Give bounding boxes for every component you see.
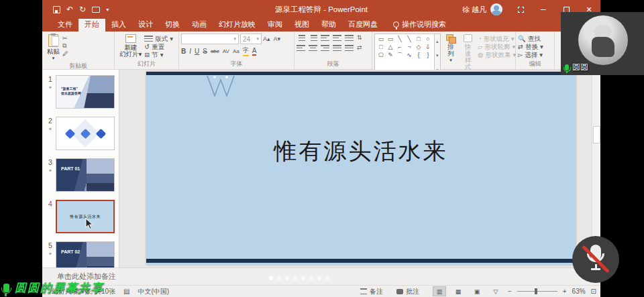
layout-button[interactable]: 版式▾ xyxy=(144,35,173,42)
tab-animations[interactable]: 动画 xyxy=(186,18,213,32)
align-right-icon[interactable] xyxy=(321,44,329,52)
change-case-icon[interactable]: Aa xyxy=(233,48,239,54)
paste-button[interactable]: 粘贴▾ xyxy=(44,34,62,62)
tab-transitions[interactable]: 切换 xyxy=(159,18,186,32)
section-button[interactable]: ⊟节▾ xyxy=(144,51,173,58)
spellcheck-icon[interactable]: ▤ xyxy=(123,288,129,295)
shrink-font-icon[interactable]: A▾ xyxy=(274,36,281,42)
slide-thumbnail-2[interactable] xyxy=(56,117,115,150)
zoom-percentage[interactable]: 63% xyxy=(572,288,586,295)
align-left-icon[interactable] xyxy=(297,44,305,52)
tab-insert[interactable]: 插入 xyxy=(105,18,132,32)
normal-view-button[interactable]: ▥ xyxy=(433,286,446,296)
underline-button[interactable]: U xyxy=(195,48,199,55)
ribbon-display-options-button[interactable] xyxy=(509,0,532,19)
slide-thumbnail-1[interactable]: “源泉工程” 饮水思源答辩 xyxy=(56,75,115,109)
tab-slideshow[interactable]: 幻灯片放映 xyxy=(213,18,262,32)
slideshow-view-button[interactable]: ▽ xyxy=(489,286,502,296)
text-direction-icon[interactable]: ⇅ xyxy=(357,34,362,42)
qat-customize-icon[interactable]: ▾ xyxy=(106,7,109,13)
bold-button[interactable]: B xyxy=(181,48,186,55)
pagination-dot xyxy=(301,276,305,280)
start-slideshow-icon[interactable] xyxy=(92,7,100,13)
columns-icon[interactable] xyxy=(345,44,354,52)
font-size-combo[interactable]: 24▾ xyxy=(240,34,262,44)
line-spacing-icon[interactable] xyxy=(345,34,354,42)
find-button[interactable]: 🔍查找 xyxy=(518,35,543,42)
zoom-slider-knob[interactable] xyxy=(535,288,537,294)
notes-icon xyxy=(360,288,367,295)
pagination-dot xyxy=(317,276,321,280)
grow-font-icon[interactable]: A▴ xyxy=(263,36,270,42)
font-color-icon[interactable]: A xyxy=(252,47,257,56)
slide-thumbnail-3[interactable]: PART 01 xyxy=(56,158,115,192)
numbering-icon[interactable] xyxy=(309,34,317,42)
tab-review[interactable]: 审阅 xyxy=(262,18,288,32)
shape-fill-button[interactable]: ◔形状填充▾ xyxy=(478,35,516,42)
minimize-button[interactable]: ─ xyxy=(532,0,555,19)
shape-outline-button[interactable]: ▱形状轮廓▾ xyxy=(478,43,516,50)
strikethrough-button[interactable]: S xyxy=(203,48,207,55)
format-painter-icon[interactable]: 🖉 xyxy=(62,50,68,57)
tab-design[interactable]: 设计 xyxy=(132,18,159,32)
justify-icon[interactable] xyxy=(333,44,341,52)
shape-effects-button[interactable]: ◍形状效果▾ xyxy=(478,51,516,58)
drawing-group: ▭▭╲╲□○ □△⌐¬◇⇩ ⬠✎⌒∿{} ▴▾≡ 排列▾ 快速样式▾ ◔形状填充… xyxy=(372,32,516,69)
save-icon[interactable] xyxy=(53,6,60,13)
thumbnail-row-1: 1✶ “源泉工程” 饮水思源答辩 xyxy=(45,75,119,109)
mute-microphone-button[interactable] xyxy=(572,236,619,283)
slide-title-text[interactable]: 惟有源头活水来 xyxy=(146,136,576,167)
clipboard-group-label: 剪贴板 xyxy=(42,62,114,69)
select-button[interactable]: ▻选择▾ xyxy=(518,51,543,58)
layout-icon xyxy=(144,35,153,42)
clear-formatting-icon[interactable]: abc xyxy=(211,48,219,54)
italic-button[interactable]: I xyxy=(189,48,191,55)
slide-editing-area[interactable]: 惟有源头活水来 ▲▼ xyxy=(119,70,600,268)
undo-icon[interactable]: ↶ xyxy=(66,5,73,14)
tab-file[interactable]: 文件 xyxy=(52,18,78,32)
slide-thumbnail-panel[interactable]: 1✶ “源泉工程” 饮水思源答辩 2✶ 3✶ xyxy=(42,70,119,268)
tab-view[interactable]: 视图 xyxy=(288,18,315,32)
zoom-in-button[interactable]: + xyxy=(563,288,567,295)
animation-indicator-icon: ✶ xyxy=(45,250,56,258)
zoom-slider[interactable] xyxy=(517,291,557,292)
current-slide-canvas[interactable]: 惟有源头活水来 xyxy=(146,72,576,265)
decrease-indent-icon[interactable] xyxy=(321,34,329,42)
language-indicator[interactable]: 中文(中国) xyxy=(138,287,169,296)
character-spacing-icon[interactable]: AV xyxy=(223,48,229,54)
cut-icon[interactable]: ✂ xyxy=(62,35,68,42)
fit-to-window-icon[interactable]: ⊡ xyxy=(591,288,596,295)
new-slide-icon xyxy=(125,34,136,43)
account-button[interactable]: 徐 越凡 xyxy=(455,3,509,15)
increase-indent-icon[interactable] xyxy=(333,34,341,42)
tab-help[interactable]: 帮助 xyxy=(315,18,342,32)
zoom-out-button[interactable]: − xyxy=(508,288,512,295)
thumb1-title-line1: “源泉工程” xyxy=(61,86,78,91)
webcam-overlay[interactable]: 圆圆 xyxy=(561,12,644,75)
bullets-icon[interactable] xyxy=(297,34,305,42)
replace-button[interactable]: ⇄替换▾ xyxy=(518,43,543,50)
new-slide-button[interactable]: 新建 幻灯片▾ xyxy=(117,34,144,60)
slide-thumbnail-5[interactable]: PART 02 xyxy=(56,241,115,268)
clipboard-group: 粘贴▾ ✂ ⧉ 🖉 剪贴板 xyxy=(42,32,115,69)
tab-home[interactable]: 开始 xyxy=(78,18,105,32)
font-name-combo[interactable]: ▾ xyxy=(181,34,239,44)
scrollbar-thumb[interactable] xyxy=(593,126,600,143)
tab-baidu-netdisk[interactable]: 百度网盘 xyxy=(342,18,384,32)
redo-icon[interactable]: ↻ xyxy=(79,5,86,14)
notes-pane[interactable]: 单击此处添加备注 xyxy=(42,268,600,285)
align-center-icon[interactable] xyxy=(309,44,317,52)
slide-sorter-view-button[interactable]: ▦ xyxy=(451,286,465,296)
slide-thumbnail-4-selected[interactable]: 惟有源头活水来 xyxy=(56,200,115,233)
reading-view-button[interactable]: ▣ xyxy=(470,286,484,296)
smartart-convert-icon[interactable]: ⇄ xyxy=(357,44,362,52)
comments-toggle-button[interactable]: 批注 xyxy=(396,287,419,296)
webcam-avatar xyxy=(578,15,628,65)
tell-me-search[interactable]: 操作说明搜索 xyxy=(384,19,446,32)
reset-button[interactable]: ↺重置 xyxy=(144,43,173,50)
notes-toggle-button[interactable]: 备注 xyxy=(360,287,383,296)
highlight-color-icon[interactable]: 字 xyxy=(243,46,249,56)
copy-icon[interactable]: ⧉ xyxy=(62,42,68,50)
mic-on-icon xyxy=(565,64,569,70)
slide-bottom-accent-bar xyxy=(146,259,576,263)
